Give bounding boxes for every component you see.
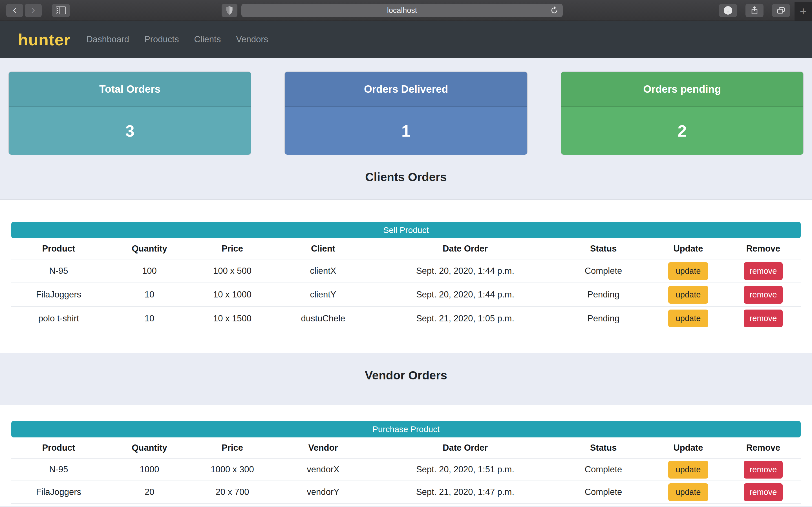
col-status: Status [556,238,651,259]
cell-date: Sept. 21, 2020, 1:05 p.m. [374,306,556,330]
remove-button[interactable]: remove [744,483,783,501]
update-button[interactable]: update [668,286,709,304]
cell-status: Pending [556,283,651,306]
col-client: Client [272,238,374,259]
browser-toolbar: ‹ › localhost ↓ [0,0,812,21]
col-remove: Remove [726,438,801,458]
table-row: FilaJoggers 10 10 x 1000 clientY Sept. 2… [11,283,801,306]
app-navbar: hunter Dashboard Products Clients Vendor… [0,21,812,58]
cell-product: FilaJoggers [11,481,106,503]
cell-client: clientX [272,259,374,283]
cell-price: 1000 x 300 [193,458,272,481]
cell-product: N-95 [11,259,106,283]
nav-item-vendors[interactable]: Vendors [236,34,268,45]
nav-item-products[interactable]: Products [144,34,179,45]
card-orders-pending: Orders pending 2 [561,71,804,155]
col-quantity: Quantity [106,438,193,458]
nav-item-clients[interactable]: Clients [194,34,221,45]
tab-overview-button[interactable] [772,4,790,17]
sidebar-icon [56,6,66,14]
col-date-order: Date Order [374,238,556,259]
clients-orders-panel: Sell Product Product Quantity Price Clie… [0,200,812,353]
cell-price: 100 x 500 [193,259,272,283]
clients-orders-table: Product Quantity Price Client Date Order… [11,238,801,330]
cell-vendor: vendorY [272,481,374,503]
cell-date: Sept. 20, 2020, 1:44 p.m. [374,283,556,306]
cell-date: Sept. 20, 2020, 1:51 p.m. [374,458,556,481]
cell-price: 20 x 700 [193,481,272,503]
remove-button[interactable]: remove [744,262,783,280]
forward-button[interactable]: › [25,4,42,17]
update-button[interactable]: update [668,309,709,327]
cell-date: Sept. 20, 2020, 1:44 p.m. [374,259,556,283]
table-header-row: Product Quantity Price Client Date Order… [11,238,801,259]
card-title: Orders pending [561,72,803,107]
tabs-icon [777,7,784,13]
refresh-icon[interactable] [550,6,559,15]
col-date-order: Date Order [374,438,556,458]
cell-quantity: 10 [106,306,193,330]
col-vendor: Vendor [272,438,374,458]
purchase-product-banner: Purchase Product [11,421,801,438]
col-remove: Remove [726,238,801,259]
cell-product: N-95 [11,458,106,481]
cell-quantity: 10 [106,283,193,306]
cell-price: 10 x 1500 [193,306,272,330]
clients-orders-header: Clients Orders [0,155,812,200]
cell-quantity: 20 [106,481,193,503]
back-button[interactable]: ‹ [6,4,23,17]
col-quantity: Quantity [106,238,193,259]
brand-logo[interactable]: hunter [18,30,70,49]
vendor-orders-panel: Purchase Product Product Quantity Price … [0,405,812,506]
vendor-orders-table: Product Quantity Price Vendor Date Order… [11,438,801,504]
sell-product-banner: Sell Product [11,222,801,238]
clients-orders-heading: Clients Orders [365,170,447,184]
downloads-button[interactable]: ↓ [719,4,737,17]
cell-date: Sept. 21, 2020, 1:47 p.m. [374,481,556,503]
sidebar-toggle-button[interactable] [52,4,70,17]
shield-icon [226,6,233,15]
card-title: Orders Delivered [285,72,527,107]
card-title: Total Orders [9,72,251,107]
share-button[interactable] [746,4,763,17]
summary-cards-area: Total Orders 3 Orders Delivered 1 Orders… [0,58,812,155]
cell-status: Complete [556,259,651,283]
remove-button[interactable]: remove [744,309,783,327]
address-bar-url: localhost [387,6,417,15]
remove-button[interactable]: remove [744,461,783,478]
cell-price: 10 x 1000 [193,283,272,306]
col-price: Price [193,238,272,259]
col-status: Status [556,438,651,458]
new-tab-button[interactable]: + [795,2,812,20]
col-product: Product [11,238,106,259]
nav-links: Dashboard Products Clients Vendors [86,34,268,45]
update-button[interactable]: update [668,461,709,478]
table-row: N-95 100 100 x 500 clientX Sept. 20, 202… [11,259,801,283]
card-value: 3 [9,107,251,155]
privacy-shield-button[interactable] [221,4,238,17]
cell-product: polo t-shirt [11,306,106,330]
table-row: polo t-shirt 10 10 x 1500 dustuChele Sep… [11,306,801,330]
update-button[interactable]: update [668,262,709,280]
table-row: N-95 1000 1000 x 300 vendorX Sept. 20, 2… [11,458,801,481]
card-orders-delivered: Orders Delivered 1 [285,71,527,155]
address-bar[interactable]: localhost [241,4,563,17]
card-value: 1 [285,107,527,155]
download-icon: ↓ [724,6,732,15]
plus-icon: + [800,5,807,18]
col-update: Update [651,438,726,458]
cell-client: dustuChele [272,306,374,330]
card-total-orders: Total Orders 3 [8,71,251,155]
card-value: 2 [561,107,803,155]
table-header-row: Product Quantity Price Vendor Date Order… [11,438,801,458]
update-button[interactable]: update [668,483,709,501]
table-row: FilaJoggers 20 20 x 700 vendorY Sept. 21… [11,481,801,503]
remove-button[interactable]: remove [744,286,783,304]
vendor-orders-heading: Vendor Orders [365,369,447,382]
share-icon [751,6,758,15]
vendor-orders-header: Vendor Orders [0,353,812,398]
col-price: Price [193,438,272,458]
cell-status: Complete [556,481,651,503]
col-product: Product [11,438,106,458]
nav-item-dashboard[interactable]: Dashboard [86,34,129,45]
